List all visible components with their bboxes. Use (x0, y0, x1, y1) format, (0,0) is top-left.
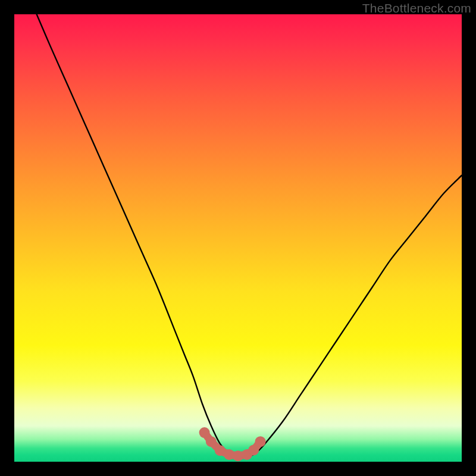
valley-marker-dot (255, 436, 266, 447)
bottleneck-curve (37, 14, 462, 458)
valley-marker-dot (206, 436, 217, 447)
watermark-text: TheBottleneck.com (362, 1, 471, 15)
valley-marker-dot (224, 449, 234, 460)
plot-area (14, 14, 462, 462)
curve-svg (14, 14, 462, 462)
chart-stage: TheBottleneck.com (0, 0, 476, 476)
valley-marker-dot (248, 444, 259, 455)
curve-group (37, 14, 462, 461)
valley-marker-dot (199, 427, 210, 438)
valley-marker-dot (233, 450, 243, 461)
